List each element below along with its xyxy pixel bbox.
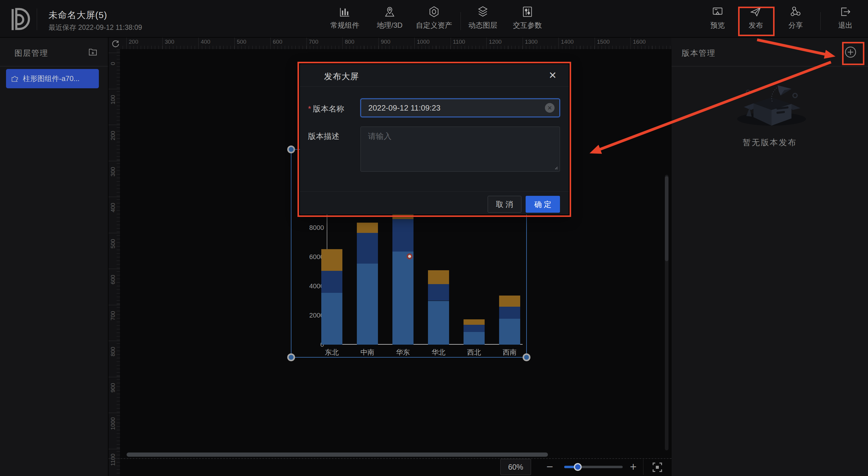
ruler-label: 1300: [525, 38, 538, 45]
resize-handle-top-left[interactable]: [287, 146, 295, 153]
confirm-button[interactable]: 确 定: [526, 196, 560, 213]
ruler-label: 900: [110, 379, 116, 396]
empty-box-illustration: [733, 80, 811, 128]
add-folder-icon[interactable]: [88, 47, 98, 57]
ruler-major-tick: [451, 38, 451, 49]
tab-label: 退出: [838, 21, 852, 30]
ruler-label: 1600: [633, 38, 646, 45]
map-pin-icon: [383, 5, 396, 18]
ruler-label: 1500: [597, 38, 610, 45]
ruler-label: 1100: [110, 451, 116, 468]
zoom-in-button[interactable]: +: [627, 461, 639, 473]
bar-segment-系列1: [321, 293, 342, 345]
ruler-major-tick: [108, 125, 120, 125]
resize-handle-bottom-right[interactable]: [523, 353, 530, 361]
cancel-button[interactable]: 取 消: [488, 196, 521, 213]
vertical-scrollbar[interactable]: [665, 176, 669, 261]
ruler-label: 400: [201, 38, 210, 45]
close-icon[interactable]: ✕: [549, 70, 557, 81]
y-axis-tick-label: 4000: [298, 282, 324, 290]
zoom-slider-thumb[interactable]: [574, 463, 582, 471]
ruler-label: 700: [110, 307, 116, 324]
bar-segment-系列2: [321, 271, 342, 293]
hexagon-asset-icon: [428, 5, 440, 18]
ruler-label: 500: [110, 235, 116, 252]
bar-segment-系列3: [464, 319, 485, 325]
ruler-label: 1100: [453, 38, 465, 45]
ruler-major-tick: [523, 38, 523, 49]
refresh-icon[interactable]: [111, 39, 120, 49]
resize-grip-icon[interactable]: [553, 165, 558, 170]
tab-label: 发布: [749, 21, 763, 30]
horizontal-scrollbar[interactable]: [127, 452, 548, 457]
y-axis-tick-label: 2000: [298, 312, 324, 319]
ruler-major-tick: [108, 341, 120, 341]
ruler-label: 0: [110, 55, 116, 72]
x-axis-category-label: 西南: [493, 348, 526, 357]
publish-dialog: 发布大屏 ✕ *版本名称 2022-09-12 11:09:23 ✕ 版本描述 …: [300, 64, 569, 215]
tab-geo-3d[interactable]: 地理/3D: [364, 5, 415, 34]
tab-dynamic-layers[interactable]: 动态图层: [457, 5, 508, 34]
bar-segment-系列1: [393, 252, 413, 345]
preview-icon: [711, 5, 724, 18]
x-axis-line: [327, 344, 523, 345]
version-name-input[interactable]: 2022-09-12 11:09:23 ✕: [361, 98, 560, 117]
tab-custom-assets[interactable]: 自定义资产: [408, 5, 460, 34]
dialog-footer-divider: [300, 191, 569, 192]
y-axis-tick-label: 8000: [298, 224, 324, 232]
ruler-label: 500: [237, 38, 247, 45]
textarea-placeholder: 请输入: [368, 131, 392, 141]
x-axis-category-label: 东北: [315, 348, 348, 357]
bar-segment-系列3: [499, 295, 520, 307]
bar-segment-系列1: [499, 319, 520, 345]
ruler-label: 800: [110, 343, 116, 360]
x-axis-category-label: 西北: [458, 348, 491, 357]
zoom-slider-track[interactable]: [564, 466, 623, 468]
ruler-label: 700: [309, 38, 318, 45]
tab-label: 地理/3D: [377, 21, 402, 30]
tab-label: 分享: [788, 21, 803, 30]
bar-segment-系列1: [464, 332, 485, 345]
zoom-percent-box[interactable]: 60%: [500, 459, 531, 475]
bar-segment-系列2: [357, 233, 378, 264]
add-version-icon[interactable]: [844, 45, 857, 59]
zoom-out-button[interactable]: −: [544, 461, 556, 473]
ruler-major-tick: [558, 38, 559, 49]
ruler-label: 400: [110, 199, 116, 216]
ruler-top: 2003004005006007008009001000110012001300…: [108, 38, 672, 49]
ruler-major-tick: [108, 197, 120, 197]
tab-interaction-params[interactable]: 交互参数: [502, 5, 553, 34]
layers-icon: [476, 5, 489, 18]
ruler-major-tick: [342, 38, 343, 49]
share-button[interactable]: 分享: [770, 5, 821, 34]
version-name-label: *版本名称: [308, 104, 344, 114]
ruler-label: 600: [110, 271, 116, 288]
version-desc-label: 版本描述: [308, 131, 339, 141]
empty-versions-text: 暂无版本发布: [672, 137, 868, 148]
versions-panel: 版本管理 暂无版本发布: [672, 38, 868, 476]
clear-input-icon[interactable]: ✕: [545, 103, 555, 113]
ruler-label: 300: [165, 38, 175, 45]
bar-segment-系列1: [428, 301, 449, 345]
layer-item-bar-chart[interactable]: 柱形图组件-a70...: [6, 69, 99, 88]
layers-panel-title: 图层管理: [14, 48, 48, 58]
tab-regular-components[interactable]: 常规组件: [319, 5, 370, 34]
publish-icon: [749, 5, 762, 18]
bar-chart-icon: [338, 5, 351, 18]
tab-label: 动态图层: [468, 21, 497, 30]
x-axis-category-label: 华东: [386, 348, 420, 357]
zoom-percent-value: 60%: [508, 463, 523, 472]
ruler-label: 200: [129, 38, 138, 45]
ruler-left: 010020030040050060070080090010001100: [108, 49, 120, 476]
ruler-major-tick: [108, 377, 120, 377]
exit-button[interactable]: 退出: [820, 5, 868, 34]
version-name-value: 2022-09-12 11:09:23: [368, 103, 441, 113]
puzzle-icon: [10, 74, 19, 83]
tab-label: 交互参数: [513, 21, 542, 30]
resize-handle-bottom-left[interactable]: [287, 353, 295, 361]
fit-to-screen-icon[interactable]: [652, 462, 663, 473]
ruler-corner: [108, 38, 120, 49]
required-mark: *: [308, 104, 311, 113]
datav-logo-icon: [10, 8, 31, 31]
version-desc-textarea[interactable]: 请输入: [361, 127, 560, 172]
